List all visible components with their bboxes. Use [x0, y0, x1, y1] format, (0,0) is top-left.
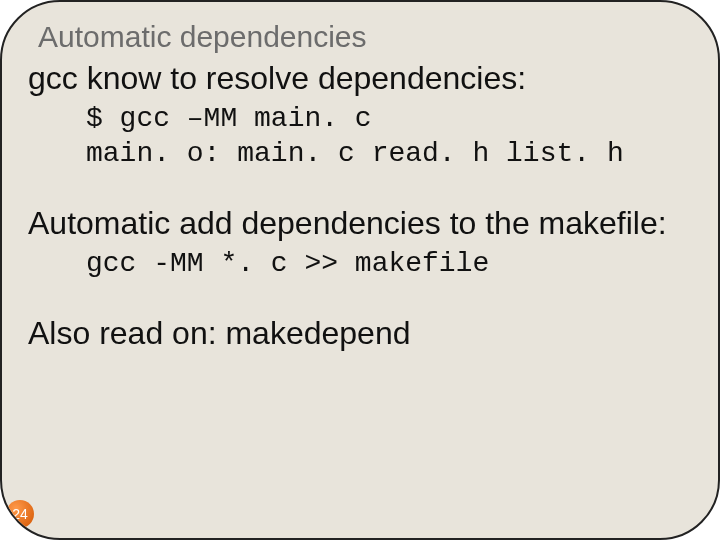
code-block-2: gcc -MM *. c >> makefile	[86, 246, 692, 281]
spacer	[28, 179, 692, 199]
slide-frame: Automatic dependencies gcc know to resol…	[0, 0, 720, 540]
text-makedepend: Also read on: makedepend	[28, 315, 692, 352]
text-gcc-resolve: gcc know to resolve dependencies:	[28, 60, 692, 97]
slide-title: Automatic dependencies	[38, 20, 692, 54]
page-number-badge: 24	[6, 500, 34, 528]
code-block-1: $ gcc –MM main. c main. o: main. c read.…	[86, 101, 692, 171]
spacer	[28, 289, 692, 309]
text-auto-add: Automatic add dependencies to the makefi…	[28, 205, 692, 242]
